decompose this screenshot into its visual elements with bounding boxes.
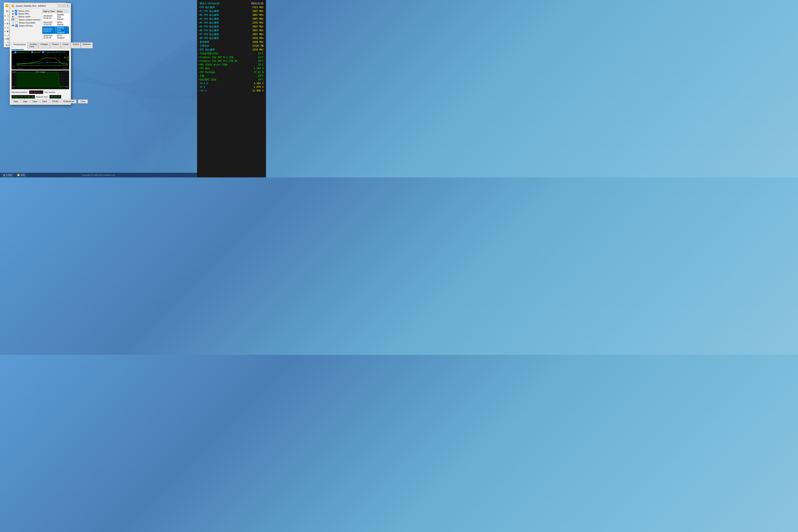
checkbox-stress-fpu[interactable]: 🖥 Stress FPU [12,13,41,15]
status-bar: Remaining Battery: No battery Test Start… [12,91,69,98]
checkbox-stress-disks[interactable]: 💿 Stress local disks [12,21,41,24]
tab-voltages[interactable]: Voltages [39,42,50,48]
log-col-status: Status [56,10,69,13]
test-started-value: 2024/3/25 15:46:20 [12,95,35,98]
cpuid-button[interactable]: CPUID [50,99,60,103]
stop-button[interactable]: Stop [21,99,30,103]
info-row-5: #4 CPU 核心频率 2935 MHz [200,21,264,24]
taskbar-item-local[interactable]: 📁 本地 [16,173,26,177]
dialog-maximize-button[interactable]: □ [62,4,65,7]
log-table: Date & Time Status 2024/3/25 15:46:20 St… [42,10,69,40]
info-row-cpu-freq: CPU 核心频率 5161 MHz [200,6,264,9]
info-row-16: ROG STRIX Arion S500 25°C [200,63,264,66]
remaining-battery-label: Remaining Battery: [12,91,28,93]
svg-rect-3 [12,51,69,70]
app-icon: 64 [5,4,8,7]
dialog-fire-icon: 🔥 [11,4,15,7]
info-row-9: #8 CPU 核心频率 2949 MHz [200,37,264,40]
info-row-tester: 测试人:hchuan16 2024/3/25 [200,2,264,5]
info-row-23: +12 V 12.096 V [200,89,264,92]
tab-unified[interactable]: Unified [71,42,81,48]
info-row-22: +5 V 5.070 V [200,86,264,89]
refresh-button[interactable]: ↻ [5,9,9,13]
info-row-11: 可用内存 22181 MB [200,44,264,48]
info-row-18: CPU Package 27.63 W [200,71,264,74]
windows-taskbar: 🖥 计算机 📁 本地 Copyright (c) 1995-2023 Final… [0,173,197,177]
remaining-battery-value: No battery [29,91,43,94]
info-row-12: GPU 核心频率 3250 MHz [200,48,264,51]
info-row-19: 主板 29°C [200,74,264,77]
info-row-8: #7 CPU 核心频率 3007 MHz [200,33,264,36]
log-row-2[interactable]: 2024/3/25 15:55:37 Stability Test: Stopp… [42,26,69,34]
dialog-titlebar: 🔥 System Stability Test - AIDA64 — □ ✕ [10,3,71,8]
elapsed-label: Elapsed Time: [36,96,48,98]
tab-powers[interactable]: Powers [50,42,60,48]
chart1-x-end: 15:55:37 [63,68,68,69]
start-button[interactable]: Start [12,99,20,103]
chart1-y-max: 100°C [12,52,17,54]
preferences-button[interactable]: Preferences [61,99,77,103]
legend-ssd: Predator SSD GM7 M.2 2TB [42,51,65,53]
dialog-body: 🖥 Stress CPU 🖥 Stress FPU 🖥 Stress cache… [10,8,71,104]
info-row-4: #3 CPU 核心频率 3007 MHz [200,17,264,20]
test-started-label: Test Started: [44,91,55,93]
taskbar-item-computer[interactable]: 🖥 计算机 [2,173,14,177]
checkbox-stress-memory[interactable]: 💾 Stress system memory [12,18,41,21]
dialog-buttons: Start Stop Clear Save CPUID Preferences … [12,99,69,103]
stress-options-panel: 🖥 Stress CPU 🖥 Stress FPU 🖥 Stress cache… [12,10,41,40]
chart-tabs: Temperatures Cooling Fans Voltages Power… [12,42,69,49]
clear-button[interactable]: Clear [30,99,40,103]
save-button[interactable]: Save [40,99,49,103]
dialog-close-button[interactable]: ✕ [66,4,70,7]
close-dialog-button[interactable]: Close [78,99,88,103]
folder-icon: 📁 [17,174,20,176]
info-row-3: #2 CPU 核心频率 3007 MHz [200,14,264,17]
log-col-datetime: Date & Time [42,10,56,13]
info-row-13: 中央处理器(CPU) 43°C [200,52,264,55]
chart1-x-start: 15:46:20 [18,68,23,69]
tab-statistics[interactable]: Statistics [81,42,93,48]
elapsed-value: 00:09:17 [50,95,61,98]
checkbox-stress-cache[interactable]: 🖥 Stress cache [12,15,41,18]
taskbar-copyright: Copyright (c) 1995-2023 FinalWire Ltd. [82,173,115,177]
info-row-15: Predator SSD GM7 M.2 2TB #2 30°C [200,60,264,62]
info-row-2: #1 CPU 核心频率 3007 MHz [200,10,264,13]
info-row-20: HIKSEMI 256G 30°C [200,78,264,81]
log-row-0[interactable]: 2024/3/25 15:46:20 Stability Test: Start… [42,13,69,21]
info-row-14: Predator SSD GM7 M.2 2TB 42°C [200,56,264,59]
chart2-label: CPU Usage [36,71,45,73]
dialog-minimize-button[interactable]: — [58,4,61,7]
log-row-1[interactable]: 2024/3/25 15:53:29 GPU1: Started [42,21,69,26]
temperature-chart: Motherboard (28) CPU (43) Predator SSD G… [12,51,69,70]
checkbox-stress-gpu[interactable]: 🎮 Stress GPU(s) [12,24,41,27]
info-row-21: +3.3 V 3.344 V [200,82,264,85]
info-row-7: #6 CPU 核心频率 3007 MHz [200,29,264,32]
info-row-6: #5 CPU 核心频率 3007 MHz [200,25,264,28]
tab-temperatures[interactable]: Temperatures [12,42,27,49]
info-panel: 测试人:hchuan16 2024/3/25 CPU 核心频率 5161 MHz… [197,0,266,177]
cpu-usage-chart: CPU Usage 100% 0% 2% [12,70,69,89]
chart1-y-min: 0°C [12,66,15,68]
legend-cpu: CPU (43) [31,51,40,53]
dialog-title-text: System Stability Test - AIDA64 [16,5,45,7]
stability-dialog: 🔥 System Stability Test - AIDA64 — □ ✕ 🖥… [10,3,71,105]
info-row-17: CPU 核心 1.104 V [200,67,264,70]
log-row-3[interactable]: 2024/3/25 15:55:38 GPU1: Stopped [42,34,69,40]
computer-icon: 🖥 [3,174,5,176]
tab-cooling-fans[interactable]: Cooling Fans [28,42,38,48]
tab-clocks[interactable]: Clocks [61,42,71,48]
cpu-usage-value: 2% [66,86,68,88]
info-row-10: 显存频率 3408 MHz [200,41,264,43]
checkbox-stress-cpu[interactable]: 🖥 Stress CPU [12,10,41,12]
